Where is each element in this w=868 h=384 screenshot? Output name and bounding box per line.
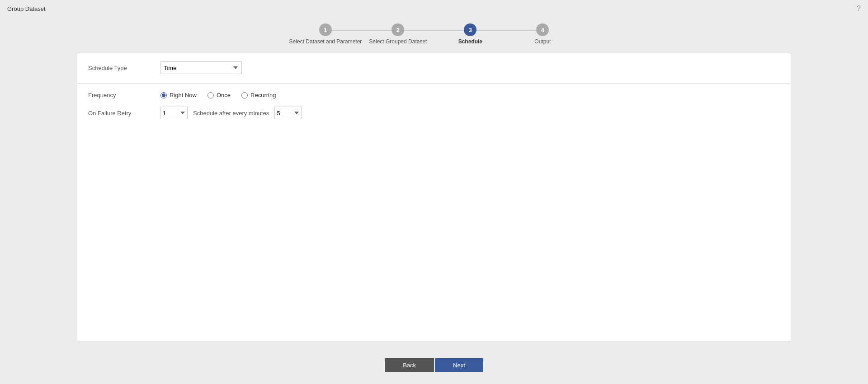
minutes-select[interactable]: 5 1 2 3 4 10 15 30 (274, 107, 302, 119)
radio-once-label: Once (217, 92, 231, 98)
step-label-4: Output (534, 38, 551, 45)
radio-right-now-input[interactable] (160, 92, 167, 98)
on-failure-retry-label: On Failure Retry (88, 110, 160, 117)
wizard-step-2: 2 Select Grouped Dataset (362, 23, 434, 45)
radio-right-now[interactable]: Right Now (160, 92, 197, 98)
radio-recurring-input[interactable] (241, 92, 248, 98)
on-failure-retry-row: On Failure Retry 1 2 3 4 5 Schedule afte… (88, 107, 780, 119)
frequency-radio-group: Right Now Once Recurring (160, 92, 276, 98)
wizard-step-4: 4 Output (506, 23, 579, 45)
schedule-type-row: Schedule Type Time Event Manual (88, 61, 780, 74)
retry-select[interactable]: 1 2 3 4 5 (160, 107, 188, 119)
frequency-section: Frequency Right Now Once Recurring On Fa… (77, 84, 791, 127)
step-label-3: Schedule (458, 38, 482, 45)
content-area (77, 127, 791, 308)
radio-once-input[interactable] (208, 92, 214, 98)
wizard-step-1: 1 Select Dataset and Parameter (289, 23, 362, 45)
next-button[interactable]: Next (435, 358, 483, 372)
frequency-label: Frequency (88, 92, 160, 98)
schedule-type-label: Schedule Type (88, 65, 160, 71)
radio-right-now-label: Right Now (170, 92, 197, 98)
frequency-row: Frequency Right Now Once Recurring (88, 92, 780, 98)
step-label-2: Select Grouped Dataset (369, 38, 427, 45)
step-circle-2: 2 (392, 23, 404, 36)
schedule-type-select[interactable]: Time Event Manual (160, 61, 242, 74)
step-circle-1: 1 (319, 23, 332, 36)
wizard-step-3: 3 Schedule (434, 23, 506, 45)
radio-recurring-label: Recurring (250, 92, 276, 98)
step-circle-4: 4 (536, 23, 549, 36)
help-icon[interactable]: ? (857, 5, 861, 13)
page-header: Group Dataset ? (0, 0, 868, 17)
schedule-after-text: Schedule after every minutes (193, 110, 269, 117)
page-title: Group Dataset (7, 5, 46, 12)
main-content: Schedule Type Time Event Manual Frequenc… (77, 53, 791, 342)
radio-once[interactable]: Once (208, 92, 231, 98)
radio-recurring[interactable]: Recurring (241, 92, 276, 98)
back-button[interactable]: Back (385, 358, 434, 372)
schedule-type-section: Schedule Type Time Event Manual (77, 53, 791, 84)
wizard-steps: 1 Select Dataset and Parameter 2 Select … (0, 17, 868, 53)
step-circle-3: 3 (464, 23, 476, 36)
step-label-1: Select Dataset and Parameter (289, 38, 362, 45)
footer-buttons: Back Next (0, 351, 868, 379)
